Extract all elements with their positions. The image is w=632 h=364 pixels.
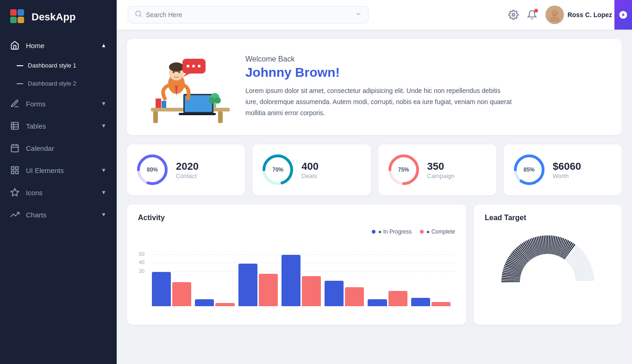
header-actions: Ross C. Lopez ▼ [508, 6, 621, 24]
ui-elements-icon [10, 166, 19, 175]
sidebar-item-label-forms: Forms [26, 100, 46, 108]
sidebar-item-home[interactable]: Home ▲ [0, 34, 117, 56]
settings-button[interactable] [508, 10, 519, 20]
avatar [545, 6, 564, 24]
sidebar-item-dashboard2[interactable]: Dashboard style 2 [0, 74, 117, 93]
stat-info-0: 2020 Contact [176, 160, 199, 179]
svg-point-41 [192, 65, 195, 68]
user-name: Ross C. Lopez [568, 11, 612, 19]
sidebar-item-icons[interactable]: Icons ▼ [0, 181, 117, 204]
svg-rect-0 [10, 9, 17, 16]
chevron-down-icon-icons: ▼ [101, 189, 106, 196]
sidebar-item-calendar[interactable]: Calendar [0, 137, 117, 159]
charts-icon [10, 210, 19, 219]
header: Ross C. Lopez ▼ [117, 0, 632, 30]
bar-blue-3 [282, 255, 300, 306]
sidebar-navigation: Home ▲ Dashboard style 1 Dashboard style… [0, 34, 117, 364]
svg-rect-12 [12, 171, 14, 174]
bar-red-3 [302, 276, 321, 306]
sidebar-item-dashboard1[interactable]: Dashboard style 1 [0, 56, 117, 74]
svg-point-30 [209, 97, 215, 104]
chevron-up-icon: ▲ [101, 42, 106, 49]
lead-target-donut [485, 228, 611, 293]
legend-label-complete: ● Complete [426, 228, 455, 235]
svg-point-37 [178, 71, 180, 73]
activity-chart: 50 40 30 [138, 241, 455, 315]
svg-rect-27 [179, 113, 216, 115]
search-box[interactable] [128, 6, 369, 24]
svg-point-42 [198, 65, 200, 68]
sidebar-item-tables[interactable]: Tables ▼ [0, 115, 117, 137]
svg-rect-3 [18, 17, 24, 23]
bar-red-0 [172, 282, 191, 306]
bar-group-5 [368, 291, 407, 306]
notification-badge [534, 9, 538, 12]
svg-point-18 [550, 16, 559, 22]
bar-red-2 [259, 274, 278, 306]
legend-complete: ● Complete [420, 228, 455, 235]
stat-label-3: Worth [553, 173, 581, 179]
bars-area [152, 241, 451, 306]
search-icon [135, 10, 142, 19]
sidebar-item-forms[interactable]: Forms ▼ [0, 93, 117, 115]
sidebar-item-label-dashboard1: Dashboard style 1 [28, 62, 76, 69]
svg-rect-4 [12, 123, 19, 130]
stat-value-3: $6060 [553, 160, 581, 173]
sidebar: DeskApp Home ▲ Dashboard style 1 Dashboa… [0, 0, 117, 364]
chevron-down-icon-ui: ▼ [101, 167, 106, 173]
chevron-down-icon-forms: ▼ [101, 100, 106, 107]
stat-card-2: 75% 350 Campaign [378, 144, 496, 195]
stat-circle-0: 80% [136, 154, 169, 186]
dash-icon2 [17, 83, 23, 84]
svg-point-14 [136, 11, 141, 16]
search-input[interactable] [146, 11, 351, 19]
grid-label-1: 40 [139, 259, 144, 265]
bar-blue-0 [152, 272, 171, 306]
stat-circle-2: 75% [388, 154, 420, 186]
stat-value-2: 350 [427, 160, 455, 173]
user-profile[interactable]: Ross C. Lopez ▼ [545, 6, 621, 24]
logo-icon [9, 8, 27, 26]
bar-blue-1 [195, 299, 214, 306]
forms-icon [10, 99, 19, 108]
stat-card-1: 70% 400 Deals [252, 144, 370, 195]
dash-icon [17, 65, 23, 66]
sidebar-item-charts[interactable]: Charts ▼ [0, 204, 117, 226]
donut-segment-40 [547, 235, 549, 254]
activity-card: Activity ● In Progress ● Complete 50 40 … [127, 204, 466, 325]
grid-label-2: 30 [139, 268, 144, 274]
bar-blue-2 [238, 264, 257, 306]
bar-group-6 [411, 298, 451, 306]
activity-title: Activity [138, 214, 455, 222]
main-area: Ross C. Lopez ▼ [117, 0, 632, 364]
chevron-down-icon-charts: ▼ [101, 211, 106, 218]
chevron-down-icon-tables: ▼ [101, 123, 106, 129]
bar-red-4 [345, 287, 364, 306]
stat-card-0: 80% 2020 Contact [127, 144, 245, 195]
welcome-name: Johnny Brown! [245, 65, 514, 80]
sidebar-item-label-ui-elements: UI Elements [26, 167, 64, 174]
icons-icon [10, 188, 19, 197]
dropdown-arrow-icon [355, 11, 362, 19]
bar-blue-4 [325, 281, 344, 306]
sidebar-item-ui-elements[interactable]: UI Elements ▼ [0, 159, 117, 181]
svg-rect-22 [218, 111, 223, 123]
svg-marker-13 [11, 189, 19, 196]
svg-rect-24 [162, 101, 166, 108]
logo-area[interactable]: DeskApp [0, 0, 117, 34]
calendar-icon [10, 143, 19, 153]
svg-point-19 [552, 10, 557, 15]
stat-label-2: Campaign [427, 173, 455, 179]
sidebar-item-label-icons: Icons [26, 189, 43, 197]
welcome-body: Lorem ipsum dolor sit amet, consectetur … [245, 86, 514, 118]
svg-line-15 [140, 15, 141, 17]
bar-blue-6 [411, 298, 430, 306]
sidebar-item-label-charts: Charts [26, 211, 46, 219]
svg-rect-21 [153, 111, 158, 123]
stat-percent-3: 85% [524, 167, 535, 173]
stat-circle-3: 85% [513, 154, 545, 186]
app-name: DeskApp [31, 11, 75, 23]
legend-dot-in-progress [372, 230, 375, 234]
notifications-button[interactable] [527, 10, 537, 20]
stat-card-3: 85% $6060 Worth [504, 144, 622, 195]
